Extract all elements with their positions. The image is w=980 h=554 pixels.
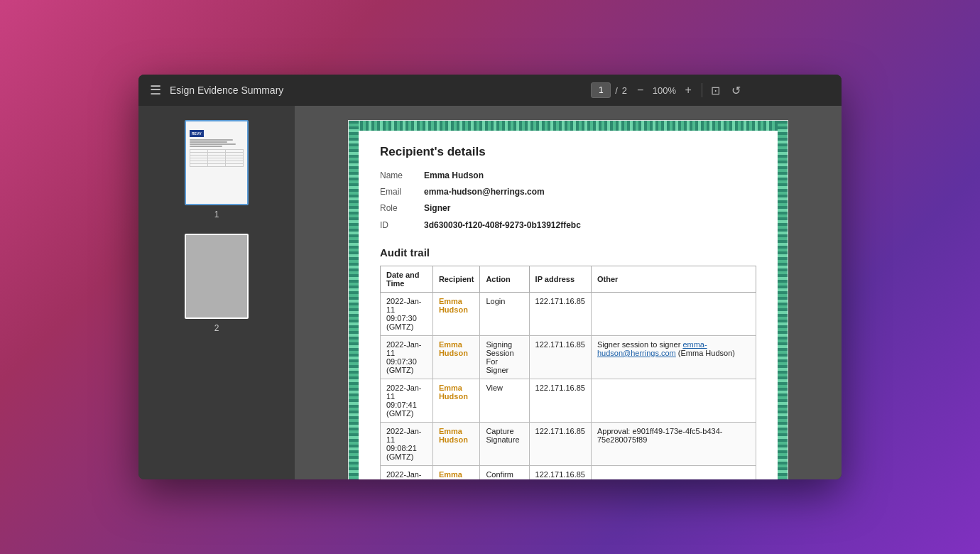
audit-table: Date and Time Recipient Action IP addres… [380, 266, 756, 479]
border-right [778, 121, 788, 479]
border-top [349, 121, 788, 131]
cell-ip: 122.171.16.85 [529, 335, 591, 379]
cell-ip: 122.171.16.85 [529, 422, 591, 465]
thumb-frame-1: REVV [185, 120, 249, 205]
cell-recipient: EmmaHudson [432, 292, 480, 335]
document-page: Recipient's details Name Email Role ID E… [348, 120, 788, 479]
cell-action: Login [480, 292, 529, 335]
toolbar: ☰ Esign Evidence Summary / 2 − 100% + ⊡ … [138, 75, 842, 106]
value-email: emma-hudson@herrings.com [424, 185, 581, 199]
zoom-in-button[interactable]: + [680, 82, 695, 98]
cell-datetime: 2022-Jan-1109:08:21(GMTZ) [381, 422, 433, 465]
page-input[interactable] [591, 82, 611, 98]
label-email: Email [380, 185, 403, 199]
cell-action: Confirm [480, 465, 529, 479]
main-area: REVV [138, 106, 842, 479]
page-separator: / [615, 85, 618, 96]
menu-icon[interactable]: ☰ [150, 82, 161, 98]
cell-recipient: EmmaHudson [432, 465, 480, 479]
info-values: Emma Hudson emma-hudson@herrings.com Sig… [424, 169, 581, 232]
app-title: Esign Evidence Summary [170, 85, 496, 96]
label-role: Role [380, 202, 403, 215]
cell-recipient: EmmaHudson [432, 379, 480, 422]
col-other: Other [591, 266, 756, 292]
thumb-frame-2 [185, 234, 249, 319]
value-id: 3d630030-f120-408f-9273-0b13912ffebc [424, 219, 581, 232]
thumbnail-2[interactable]: 2 [185, 234, 249, 333]
fit-page-icon[interactable]: ⊡ [708, 81, 723, 100]
cell-action: SigningSession ForSigner [480, 335, 529, 379]
thumb-label-1: 1 [214, 210, 219, 219]
cell-datetime: 2022-Jan-1109:07:30(GMTZ) [381, 335, 433, 379]
cell-datetime: 2022-Jan-1109:07:41(GMTZ) [381, 379, 433, 422]
cell-recipient: EmmaHudson [432, 422, 480, 465]
zoom-out-button[interactable]: − [633, 82, 648, 98]
thumbnail-1[interactable]: REVV [185, 120, 249, 219]
thumbnail-sidebar: REVV [138, 106, 295, 479]
value-role: Signer [424, 202, 581, 215]
col-action: Action [480, 266, 529, 292]
cell-other: Signer session to signer emma-hudson@her… [591, 335, 756, 379]
value-name: Emma Hudson [424, 169, 581, 183]
table-row: 2022-Jan-1109:07:30(GMTZ) EmmaHudson Sig… [381, 335, 756, 379]
cell-other [591, 379, 756, 422]
table-row: 2022-Jan-1109:08:21(GMTZ) EmmaHudson Cap… [381, 422, 756, 465]
document-viewer: Recipient's details Name Email Role ID E… [295, 106, 842, 479]
info-labels: Name Email Role ID [380, 169, 403, 232]
table-row: 2022-Jan-1109:07:41(GMTZ) EmmaHudson Vie… [381, 379, 756, 422]
col-ip: IP address [529, 266, 591, 292]
cell-datetime: 2022-Jan-1109:08:33(GMTZ) [381, 465, 433, 479]
cell-datetime: 2022-Jan-1109:07:30(GMTZ) [381, 292, 433, 335]
cell-action: View [480, 379, 529, 422]
label-id: ID [380, 219, 403, 232]
zoom-controls: − 100% + [633, 82, 696, 98]
doc-content: Recipient's details Name Email Role ID E… [359, 131, 778, 479]
rotate-icon[interactable]: ↺ [729, 81, 744, 100]
divider [702, 83, 702, 97]
cell-other [591, 465, 756, 479]
cell-recipient: EmmaHudson [432, 335, 480, 379]
section-title: Recipient's details [380, 145, 756, 159]
table-row: 2022-Jan-1109:08:33(GMTZ) EmmaHudson Con… [381, 465, 756, 479]
cell-ip: 122.171.16.85 [529, 379, 591, 422]
page-nav: / 2 [591, 82, 627, 98]
border-left [349, 121, 359, 479]
cell-other: Approval: e901ff49-173e-4fc5-b434-75e280… [591, 422, 756, 465]
cell-other [591, 292, 756, 335]
page-total: 2 [622, 85, 627, 96]
thumb-label-2: 2 [214, 323, 219, 333]
recipient-info: Name Email Role ID Emma Hudson emma-huds… [380, 169, 756, 232]
cell-ip: 122.171.16.85 [529, 292, 591, 335]
table-row: 2022-Jan-1109:07:30(GMTZ) EmmaHudson Log… [381, 292, 756, 335]
col-recipient: Recipient [432, 266, 480, 292]
audit-title: Audit trail [380, 246, 756, 259]
cell-action: CaptureSignature [480, 422, 529, 465]
thumb-inner-1: REVV [186, 121, 247, 204]
col-datetime: Date and Time [381, 266, 433, 292]
cell-ip: 122.171.16.85 [529, 465, 591, 479]
zoom-value: 100% [650, 85, 677, 96]
label-name: Name [380, 169, 403, 183]
app-window: ☰ Esign Evidence Summary / 2 − 100% + ⊡ … [138, 75, 842, 479]
thumb-inner-2 [186, 235, 247, 317]
